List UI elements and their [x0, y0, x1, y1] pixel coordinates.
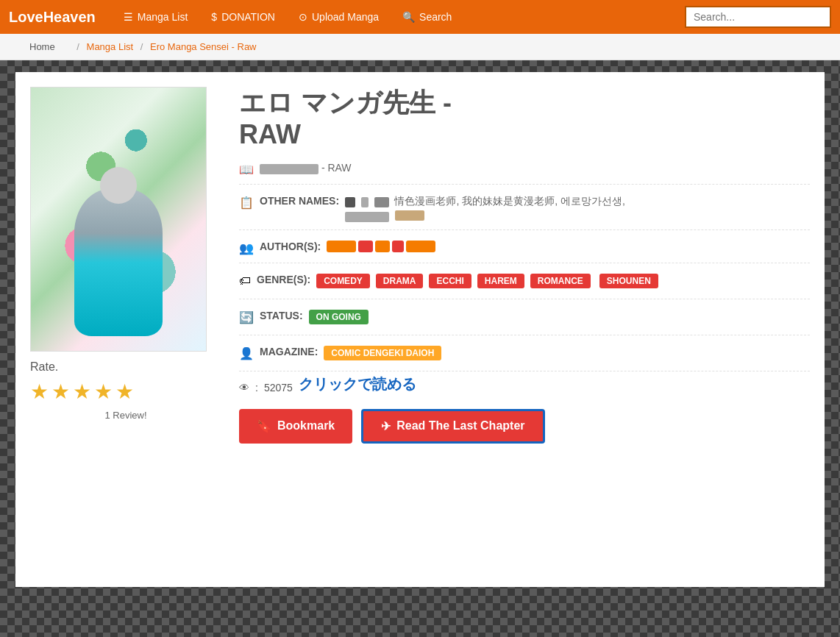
author-pill-4	[392, 241, 404, 252]
bookmark-button[interactable]: 🔖 Bookmark	[239, 409, 352, 444]
views-count: 52075	[264, 382, 293, 394]
review-count[interactable]: 1 Review!	[30, 410, 221, 421]
other-names-label: OTHER NAMES:	[260, 195, 339, 207]
left-panel: Rate. ★ ★ ★ ★ ★ 1 Review!	[30, 87, 221, 572]
star-5[interactable]: ★	[115, 380, 134, 404]
action-buttons: 🔖 Bookmark ✈ Read The Last Chapter	[239, 409, 810, 444]
bookmark-icon: 🔖	[257, 419, 271, 433]
click-hint: クリックで読める	[299, 374, 416, 394]
magazine-value: COMIC DENGEKI DAIOH	[324, 346, 441, 360]
status-label: STATUS:	[260, 310, 303, 321]
author-label: AUTHOR(S):	[260, 241, 321, 252]
main-content: Rate. ★ ★ ★ ★ ★ 1 Review! エロ マンガ先生 - RAW…	[15, 72, 825, 587]
blurred-4	[345, 212, 389, 222]
blurred-3	[374, 197, 389, 207]
brand-logo[interactable]: LoveHeaven	[9, 9, 96, 26]
rate-label: Rate.	[30, 360, 221, 374]
magazine-row: 👤 MAGAZINE: COMIC DENGEKI DAIOH	[239, 346, 810, 371]
other-names-row: 📋 OTHER NAMES: 情色漫画老师, 我的妹妹是黄漫老师, 에로망가선생…	[239, 195, 810, 229]
genre-harem[interactable]: HAREM	[477, 274, 524, 288]
nav-donation[interactable]: $ DONATION	[201, 7, 285, 27]
author-pill-2	[358, 241, 373, 252]
dollar-icon: $	[211, 11, 217, 23]
status-row: 🔄 STATUS: ON GOING	[239, 310, 810, 335]
alt-title-value: - RAW	[260, 162, 352, 174]
header: LoveHeaven ☰ Manga List $ DONATION ⊙ Upl…	[0, 0, 840, 34]
genre-shounen[interactable]: SHOUNEN	[599, 274, 658, 288]
search-icon: 🔍	[402, 11, 415, 23]
main-nav: ☰ Manga List $ DONATION ⊙ Upload Manga 🔍…	[113, 7, 679, 27]
tag-icon: 🏷	[239, 274, 251, 288]
genre-comedy[interactable]: COMEDY	[316, 274, 370, 288]
nav-search[interactable]: 🔍 Search	[392, 7, 462, 27]
search-input[interactable]	[685, 6, 831, 28]
read-last-chapter-button[interactable]: ✈ Read The Last Chapter	[361, 409, 544, 444]
breadcrumb-separator-1: /	[76, 41, 82, 52]
author-pill-3	[375, 241, 390, 252]
breadcrumb-separator-2: /	[140, 41, 146, 52]
star-4[interactable]: ★	[94, 380, 113, 404]
spinner-icon: 🔄	[239, 310, 254, 324]
genre-ecchi[interactable]: ECCHI	[429, 274, 471, 288]
breadcrumb-home[interactable]: Home	[15, 34, 70, 60]
views-row: 👁 : 52075 クリックで読める	[239, 382, 810, 394]
genre-romance[interactable]: ROMANCE	[530, 274, 591, 288]
nav-upload[interactable]: ⊙ Upload Manga	[288, 7, 389, 27]
users-icon: 👥	[239, 241, 254, 255]
breadcrumb-manga-list[interactable]: Manga List	[87, 41, 134, 52]
author-value	[327, 241, 435, 252]
star-3[interactable]: ★	[73, 380, 91, 404]
copy-icon: 📋	[239, 196, 254, 210]
blurred-2	[361, 197, 369, 207]
author-row: 👥 AUTHOR(S):	[239, 241, 810, 263]
book-icon: 📖	[239, 163, 254, 177]
alt-title-row: 📖 - RAW	[239, 162, 810, 185]
upload-icon: ⊙	[299, 11, 307, 23]
breadcrumb: Home / Manga List / Ero Manga Sensei - R…	[0, 34, 840, 60]
author-pill-1	[327, 241, 356, 252]
manga-title: エロ マンガ先生 - RAW	[239, 87, 810, 150]
blurred-title	[260, 164, 318, 174]
author-pill-5	[406, 241, 435, 252]
eye-icon: 👁	[239, 382, 249, 394]
colon: :	[255, 382, 258, 394]
user-icon: 👤	[239, 346, 254, 360]
star-1[interactable]: ★	[30, 380, 49, 404]
nav-manga-list[interactable]: ☰ Manga List	[113, 7, 198, 27]
send-icon: ✈	[381, 419, 391, 433]
cover-figure	[74, 189, 163, 336]
other-names-value: 情色漫画老师, 我的妹妹是黄漫老师, 에로망가선생,	[345, 195, 625, 221]
genre-row: 🏷 GENRE(S): COMEDY DRAMA ECCHI HAREM ROM…	[239, 274, 810, 299]
genre-drama[interactable]: DRAMA	[376, 274, 424, 288]
status-badge: ON GOING	[309, 310, 369, 324]
genres-value: COMEDY DRAMA ECCHI HAREM ROMANCE SHOUNEN	[316, 274, 661, 291]
breadcrumb-current: Ero Manga Sensei - Raw	[150, 41, 257, 52]
star-2[interactable]: ★	[51, 380, 70, 404]
genre-label: GENRE(S):	[257, 274, 310, 285]
list-icon: ☰	[124, 11, 133, 23]
blurred-1	[345, 197, 355, 207]
right-panel: エロ マンガ先生 - RAW 📖 - RAW 📋 OTHER NAMES: 情色…	[239, 87, 810, 572]
blurred-5	[395, 210, 424, 221]
manga-cover-image	[30, 87, 207, 352]
magazine-label: MAGAZINE:	[260, 346, 318, 357]
star-rating[interactable]: ★ ★ ★ ★ ★	[30, 380, 221, 404]
